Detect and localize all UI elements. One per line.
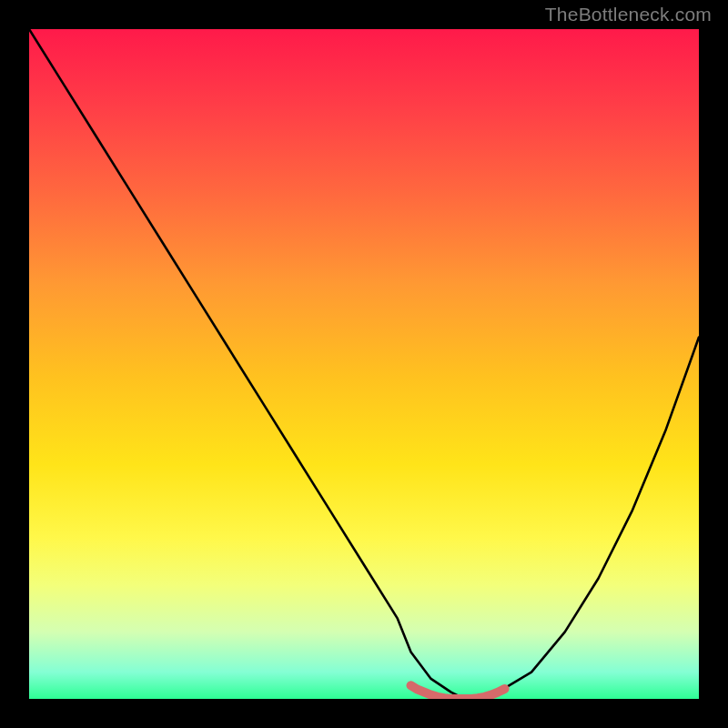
watermark-text: TheBottleneck.com <box>545 4 712 25</box>
plot-area <box>29 29 699 699</box>
min-marker-line <box>411 685 505 699</box>
chart-frame: TheBottleneck.com <box>0 0 728 728</box>
curve-line <box>29 29 699 699</box>
plot-svg <box>29 29 699 699</box>
